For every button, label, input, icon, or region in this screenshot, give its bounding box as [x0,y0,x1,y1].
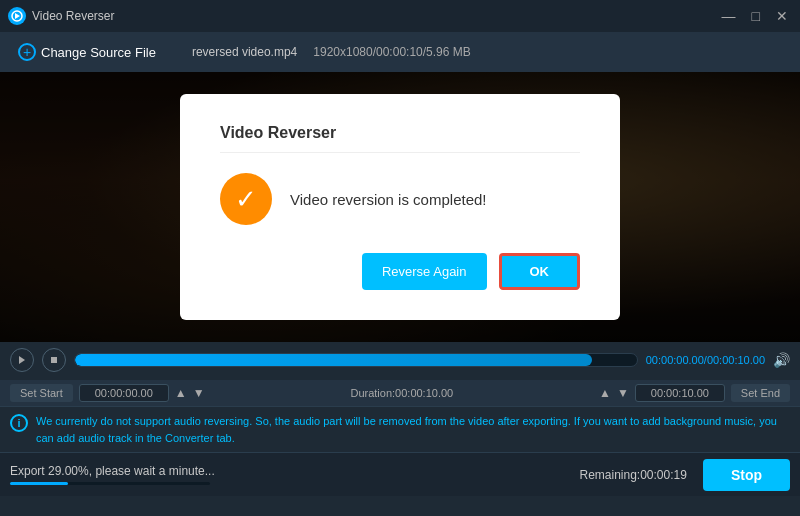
status-bar: Export 29.00%, please wait a minute... R… [0,452,800,496]
title-bar: Video Reverser — □ ✕ [0,0,800,32]
start-time-input[interactable] [79,384,169,402]
completion-dialog: Video Reverser ✓ Video reversion is comp… [180,94,620,320]
dialog-overlay: Video Reverser ✓ Video reversion is comp… [0,72,800,342]
timeline-area: 00:00:00.00/00:00:10.00 🔊 [0,342,800,380]
check-icon: ✓ [235,186,257,212]
ok-button[interactable]: OK [499,253,581,290]
file-meta: 1920x1080/00:00:10/5.96 MB [313,45,470,59]
set-start-button[interactable]: Set Start [10,384,73,402]
window-controls: — □ ✕ [718,7,792,25]
stop-button[interactable]: Stop [703,459,790,491]
dialog-content: ✓ Video reversion is completed! [220,173,580,225]
close-button[interactable]: ✕ [772,7,792,25]
progress-fill [75,354,592,366]
export-text: Export 29.00%, please wait a minute... [10,464,579,478]
warning-bar: i We currently do not support audio reve… [0,406,800,452]
controls-row: Set Start ▲ ▼ Duration:00:00:10.00 ▲ ▼ S… [0,380,800,406]
change-source-button[interactable]: + Change Source File [10,39,164,65]
playback-progress[interactable] [74,353,638,367]
export-progress-bar [10,482,210,485]
title-bar-left: Video Reverser [8,7,115,25]
duration-label: Duration:00:00:10.00 [211,387,594,399]
info-icon: i [10,414,28,432]
start-up-arrow[interactable]: ▲ [175,386,187,400]
check-circle: ✓ [220,173,272,225]
remaining-text: Remaining:00:00:19 [579,468,686,482]
stop-small-button[interactable] [42,348,66,372]
volume-icon[interactable]: 🔊 [773,352,790,368]
app-title: Video Reverser [32,9,115,23]
set-end-button[interactable]: Set End [731,384,790,402]
file-info: reversed video.mp4 1920x1080/00:00:10/5.… [192,45,471,59]
end-up-arrow[interactable]: ▲ [599,386,611,400]
warning-line2: can add audio track in the Converter tab… [36,432,235,444]
video-area: Video Reverser ✓ Video reversion is comp… [0,72,800,342]
reverse-again-button[interactable]: Reverse Again [362,253,487,290]
end-time-input[interactable] [635,384,725,402]
app-icon [8,7,26,25]
export-status: Export 29.00%, please wait a minute... [10,464,579,485]
change-source-label: Change Source File [41,45,156,60]
file-name: reversed video.mp4 [192,45,297,59]
start-down-arrow[interactable]: ▼ [193,386,205,400]
play-button[interactable] [10,348,34,372]
export-progress-fill [10,482,68,485]
plus-icon: + [18,43,36,61]
end-down-arrow[interactable]: ▼ [617,386,629,400]
dialog-buttons: Reverse Again OK [220,253,580,290]
timeline-row: 00:00:00.00/00:00:10.00 🔊 [10,348,790,372]
maximize-button[interactable]: □ [748,7,764,25]
minimize-button[interactable]: — [718,7,740,25]
svg-rect-1 [51,357,57,363]
warning-line1: We currently do not support audio revers… [36,415,777,427]
toolbar: + Change Source File reversed video.mp4 … [0,32,800,72]
completion-message: Video reversion is completed! [290,191,487,208]
dialog-title: Video Reverser [220,124,580,153]
warning-text: We currently do not support audio revers… [36,413,777,446]
time-display: 00:00:00.00/00:00:10.00 [646,354,765,366]
